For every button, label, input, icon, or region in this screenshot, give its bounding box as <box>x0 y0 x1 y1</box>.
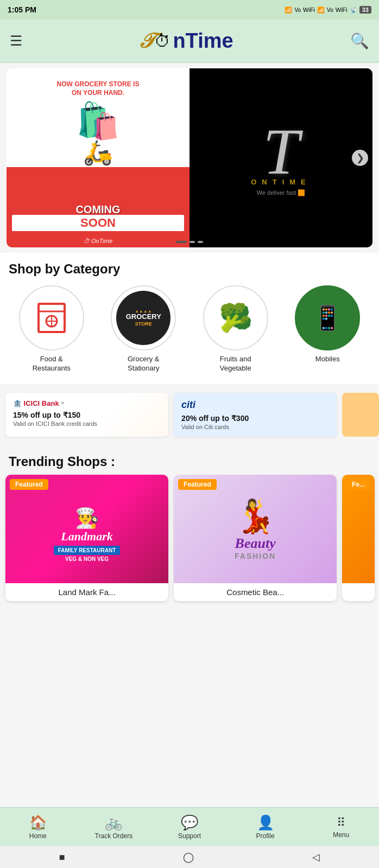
category-food-icon <box>19 285 84 350</box>
shop-card-partial: Fe... <box>342 475 375 601</box>
carousel-dot-3[interactable] <box>198 241 203 243</box>
track-orders-icon: 🚲 <box>105 814 122 831</box>
carousel-dot-2[interactable] <box>190 241 195 243</box>
beauty-image-content: 💃 Beauty FASHION <box>235 475 276 583</box>
landmark-type-text: VEG & NON VEG <box>54 556 121 562</box>
menu-icon[interactable]: ☰ <box>10 33 22 49</box>
trending-shops-section: Trending Shops : Featured 👨‍🍳 Landmark F… <box>0 445 379 655</box>
wifi-icon3: 📡 <box>350 7 357 14</box>
grocery-store-word: STORE <box>135 321 152 327</box>
icici-bank-name: 🏦 ICICI Bank <box>13 399 59 407</box>
offer-card-partial <box>342 393 379 437</box>
system-back-btn[interactable]: ◁ <box>312 851 320 863</box>
fruits-emoji: 🥦 <box>219 302 252 334</box>
menu-label: Menu <box>333 831 349 839</box>
grocery-badge: ▲▲▲▲ GROCERY STORE <box>116 291 170 345</box>
category-food[interactable]: Food &Restaurants <box>9 285 94 373</box>
beauty-card-image: Featured 💃 Beauty FASHION <box>174 475 337 583</box>
category-grocery-label: Grocery &Stationary <box>128 355 160 373</box>
app-logo: 𝒯 ⏱ nTime <box>139 29 233 53</box>
slide2-tagline: We deliver fast 🟧 <box>257 189 306 196</box>
support-icon: 💬 <box>181 814 198 831</box>
status-time: 1:05 PM <box>8 5 36 14</box>
landmark-chef-icon: 👨‍🍳 <box>54 507 121 529</box>
menu-dots-icon: ⠿ <box>337 816 346 830</box>
shop-card-landmark[interactable]: Featured 👨‍🍳 Landmark FAMILY RESTAURANT … <box>5 475 168 601</box>
slide2-brand: ONTIME <box>251 178 311 186</box>
nav-item-menu[interactable]: ⠿ Menu <box>303 813 379 842</box>
slide1-logo-bottom: ⏱ OnTime <box>7 238 190 244</box>
landmark-image-content: 👨‍🍳 Landmark FAMILY RESTAURANT VEG & NON… <box>48 496 126 562</box>
offers-section: 🏦 ICICI Bank × 15% off up to ₹150 Valid … <box>0 384 379 445</box>
beauty-brand-text: Beauty <box>235 535 276 552</box>
category-food-label: Food &Restaurants <box>33 355 71 373</box>
wifi-icon2: WiFi <box>336 7 348 13</box>
category-fruits[interactable]: 🥦 Fruits andVegetable <box>193 285 278 373</box>
beauty-sub-text: FASHION <box>235 552 276 560</box>
carousel-next-arrow[interactable]: ❯ <box>352 150 368 166</box>
beauty-figure-icon: 💃 <box>235 497 276 535</box>
profile-label: Profile <box>256 832 275 840</box>
support-label: Support <box>178 832 201 840</box>
shop-card-beauty[interactable]: Featured 💃 Beauty FASHION Cosmetic Bea..… <box>174 475 337 601</box>
header: ☰ 𝒯 ⏱ nTime 🔍 <box>0 20 379 63</box>
carousel: NOW GROCERY STORE ISON YOUR HAND. 🛍️ 🛵 C… <box>7 68 372 247</box>
slide1-coming-text: COMING <box>7 203 190 216</box>
category-mobiles-label: Mobiles <box>315 355 340 364</box>
carousel-slide-1: NOW GROCERY STORE ISON YOUR HAND. 🛍️ 🛵 C… <box>7 68 190 247</box>
home-icon: 🏠 <box>29 814 47 831</box>
partial-featured-badge: Fe... <box>346 479 370 490</box>
slide2-t-letter: T <box>263 119 299 184</box>
nav-item-track-orders[interactable]: 🚲 Track Orders <box>76 811 152 843</box>
category-mobiles[interactable]: 📱 Mobiles <box>285 285 370 364</box>
profile-icon: 👤 <box>257 814 274 831</box>
shop-by-category-title: Shop by Category <box>0 253 379 282</box>
status-icons: 📶 Vo WiFi 📶 Vo WiFi 📡 33 <box>285 6 371 14</box>
slide1-rider-icon: 🛵 <box>83 138 113 167</box>
offer-card-icici[interactable]: 🏦 ICICI Bank × 15% off up to ₹150 Valid … <box>5 393 168 437</box>
system-square-btn[interactable]: ■ <box>59 852 65 863</box>
icici-validity: Valid on ICICI Bank credit cards <box>13 420 161 427</box>
vo-label2: Vo <box>327 7 333 13</box>
system-home-btn[interactable]: ◯ <box>183 851 194 863</box>
nav-item-profile[interactable]: 👤 Profile <box>228 811 304 843</box>
landmark-shop-name: Land Mark Fa... <box>5 583 168 601</box>
categories-grid: Food &Restaurants ▲▲▲▲ GROCERY STORE Gro… <box>0 282 379 384</box>
battery-icon: 33 <box>359 6 371 14</box>
offer-card-citi[interactable]: citi 20% off up to ₹300 Valid on Citi ca… <box>174 393 337 437</box>
vo-label: Vo <box>294 7 301 13</box>
citi-bank-name: citi <box>181 399 195 411</box>
citi-validity: Valid on Citi cards <box>181 424 329 430</box>
nav-item-home[interactable]: 🏠 Home <box>0 811 76 843</box>
bottom-nav: 🏠 Home 🚲 Track Orders 💬 Support 👤 Profil… <box>0 807 379 846</box>
carousel-dots <box>176 241 203 243</box>
icici-logo: 🏦 ICICI Bank × <box>13 399 161 407</box>
wifi-icon: WiFi <box>303 7 315 13</box>
category-fruits-label: Fruits andVegetable <box>220 355 251 373</box>
landmark-subtitle: FAMILY RESTAURANT <box>54 546 121 555</box>
food-icon-svg <box>34 301 69 335</box>
icici-extra: × <box>61 400 64 406</box>
track-orders-label: Track Orders <box>95 832 133 840</box>
landmark-featured-badge: Featured <box>10 479 48 490</box>
category-grocery[interactable]: ▲▲▲▲ GROCERY STORE Grocery &Stationary <box>101 285 186 373</box>
carousel-dot-1[interactable] <box>176 241 187 243</box>
beauty-featured-badge: Featured <box>178 479 217 490</box>
nav-item-support[interactable]: 💬 Support <box>151 811 228 843</box>
beauty-shop-name: Cosmetic Bea... <box>174 583 337 601</box>
category-grocery-icon: ▲▲▲▲ GROCERY STORE <box>111 285 176 350</box>
logo-text: nTime <box>173 29 233 53</box>
citi-discount: 20% off up to ₹300 <box>181 414 329 423</box>
citi-logo: citi <box>181 399 329 411</box>
slide1-soon-text: SOON <box>12 215 184 231</box>
search-icon[interactable]: 🔍 <box>350 32 369 50</box>
mobiles-emoji: 📱 <box>313 304 343 332</box>
slide1-top-text: NOW GROCERY STORE ISON YOUR HAND. <box>53 76 144 97</box>
trending-shops-list: Featured 👨‍🍳 Landmark FAMILY RESTAURANT … <box>0 475 379 655</box>
home-label: Home <box>29 832 47 840</box>
logo-clock: ⏱ <box>154 32 170 50</box>
carousel-slide-2: T ONTIME We deliver fast 🟧 <box>190 68 372 247</box>
landmark-card-image: Featured 👨‍🍳 Landmark FAMILY RESTAURANT … <box>5 475 168 583</box>
grocery-main-text: GROCERY <box>126 313 161 321</box>
system-bar: ■ ◯ ◁ <box>0 846 379 868</box>
